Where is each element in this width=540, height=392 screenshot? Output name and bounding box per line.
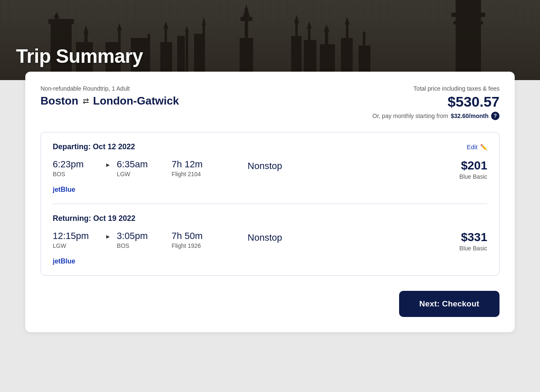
return-arrive-time: 3:05pm — [117, 231, 163, 242]
flight-arrow-icon: ► — [99, 159, 117, 168]
departing-duration: 7h 12m — [172, 159, 231, 170]
returning-segment: Returning: Oct 19 2022 12:15pm LGW ► 3:0… — [53, 204, 487, 265]
departing-stop-type: Nonstop — [248, 161, 282, 172]
svg-rect-37 — [451, 13, 485, 17]
returning-stop-block: Nonstop — [231, 231, 437, 243]
svg-marker-23 — [294, 15, 299, 23]
svg-marker-40 — [462, 2, 469, 8]
flights-container: Departing: Oct 12 2022 Edit ✏️ 6:23pm BO… — [40, 132, 500, 276]
depart-time: 6:23pm — [53, 159, 99, 170]
return-depart-time: 12:15pm — [53, 231, 99, 242]
svg-rect-42 — [49, 19, 74, 24]
departing-header: Departing: Oct 12 2022 Edit ✏️ — [53, 142, 487, 151]
route-line: Boston ⇄ London-Gatwick — [40, 94, 179, 107]
svg-rect-36 — [456, 0, 481, 80]
arrive-time: 6:35am — [117, 159, 163, 170]
edit-departing-button[interactable]: Edit ✏️ — [467, 143, 487, 150]
trip-route: Non-refundable Roundtrip, 1 Adult Boston… — [40, 85, 179, 107]
returning-fare-class: Blue Basic — [437, 245, 487, 252]
svg-rect-0 — [0, 0, 540, 80]
svg-rect-22 — [295, 19, 298, 80]
hero-spires-svg — [0, 0, 540, 80]
svg-marker-44 — [54, 12, 59, 18]
returning-header: Returning: Oct 19 2022 — [53, 214, 487, 223]
monthly-payment-line: Or, pay monthly starting from $32.60/mon… — [373, 112, 500, 120]
departing-flight-row: 6:23pm BOS ► 6:35am LGW 7h 12m Flight 21… — [53, 159, 487, 180]
svg-rect-31 — [346, 21, 348, 80]
departing-airline: jetBlue — [53, 186, 487, 193]
trip-header: Non-refundable Roundtrip, 1 Adult Boston… — [40, 85, 500, 120]
returning-flight-num: Flight 1926 — [172, 242, 231, 249]
hero-banner: Trip Summary — [0, 0, 540, 80]
departing-date: Departing: Oct 12 2022 — [53, 142, 135, 151]
svg-marker-26 — [307, 21, 312, 29]
returning-flight-row: 12:15pm LGW ► 3:05pm BOS 7h 50m Flight 1… — [53, 231, 487, 252]
svg-rect-39 — [464, 6, 467, 19]
route-arrows-icon: ⇄ — [83, 97, 89, 106]
svg-rect-43 — [55, 16, 58, 24]
svg-marker-20 — [84, 25, 89, 34]
returning-stop-type: Nonstop — [248, 232, 282, 243]
returning-price: $331 — [437, 231, 487, 244]
price-section: Total price including taxes & fees $530.… — [373, 85, 500, 120]
svg-rect-1 — [245, 8, 248, 80]
returning-price-block: $331 Blue Basic — [437, 231, 487, 252]
return-arrive-time-block: 3:05pm BOS — [117, 231, 163, 249]
origin-city: Boston — [40, 94, 78, 107]
main-content: Non-refundable Roundtrip, 1 Adult Boston… — [13, 72, 527, 349]
checkout-row: Next: Checkout — [40, 291, 500, 317]
returning-duration: 7h 50m — [172, 231, 231, 242]
depart-time-block: 6:23pm BOS — [53, 159, 99, 177]
returning-duration-block: 7h 50m Flight 1926 — [163, 231, 231, 249]
departing-segment: Departing: Oct 12 2022 Edit ✏️ 6:23pm BO… — [53, 142, 487, 204]
departing-fare-class: Blue Basic — [437, 173, 487, 180]
edit-departing-label: Edit — [467, 143, 478, 150]
page-title: Trip Summary — [16, 45, 143, 67]
svg-marker-17 — [117, 23, 122, 30]
depart-airport: BOS — [53, 171, 99, 177]
checkout-button[interactable]: Next: Checkout — [399, 291, 500, 317]
returning-date: Returning: Oct 19 2022 — [53, 214, 135, 223]
monthly-prefix: Or, pay monthly starting from — [373, 113, 448, 119]
trip-summary-card: Non-refundable Roundtrip, 1 Adult Boston… — [25, 72, 515, 332]
departing-stop-block: Nonstop — [231, 159, 437, 172]
return-depart-airport: LGW — [53, 242, 99, 249]
edit-pencil-icon: ✏️ — [480, 144, 487, 150]
arrive-time-block: 6:35am LGW — [117, 159, 163, 177]
arrive-airport: LGW — [117, 171, 163, 177]
return-depart-time-block: 12:15pm LGW — [53, 231, 99, 249]
return-arrive-airport: BOS — [117, 242, 163, 249]
svg-rect-3 — [240, 17, 252, 21]
svg-marker-9 — [185, 26, 189, 32]
departing-price: $201 — [437, 159, 487, 172]
departing-price-block: $201 Blue Basic — [437, 159, 487, 180]
svg-marker-12 — [163, 21, 168, 29]
svg-marker-32 — [345, 17, 350, 24]
destination-city: London-Gatwick — [93, 94, 179, 107]
svg-marker-6 — [202, 17, 206, 25]
total-price-value: $530.57 — [448, 94, 500, 110]
departing-flight-num: Flight 2104 — [172, 171, 231, 177]
returning-airline: jetBlue — [53, 258, 487, 265]
return-flight-arrow-icon: ► — [99, 231, 117, 240]
svg-marker-29 — [324, 24, 329, 32]
monthly-amount: $32.60/month — [451, 113, 489, 119]
svg-marker-2 — [243, 4, 250, 17]
total-price-label: Total price including taxes & fees — [413, 85, 500, 92]
svg-rect-5 — [202, 21, 205, 80]
trip-type: Non-refundable Roundtrip, 1 Adult — [40, 85, 179, 92]
departing-duration-block: 7h 12m Flight 2104 — [163, 159, 231, 177]
svg-rect-38 — [454, 21, 483, 24]
help-icon[interactable]: ? — [491, 112, 500, 120]
